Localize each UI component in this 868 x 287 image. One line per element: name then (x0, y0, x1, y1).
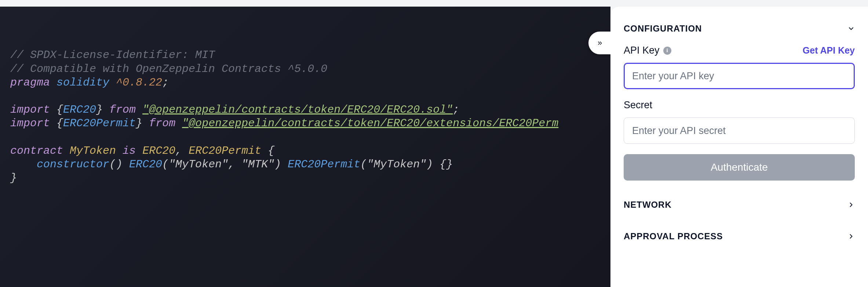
code-builtin: constructor (37, 158, 109, 171)
code-keyword: from (149, 117, 175, 130)
code-punct: { (56, 103, 63, 116)
code-punct: ("MyToken", "MTK") (162, 158, 281, 171)
section-title: CONFIGURATION (624, 23, 702, 34)
code-punct: ; (162, 76, 169, 89)
secret-label: Secret (624, 99, 855, 111)
code-comment: // SPDX-License-Identifier: MIT (10, 49, 215, 61)
code-editor[interactable]: » // SPDX-License-Identifier: MIT // Com… (0, 7, 610, 287)
chevron-right-icon (847, 233, 855, 240)
code-string: "@openzeppelin/contracts/token/ERC20/ext… (182, 117, 558, 130)
section-header-approval[interactable]: APPROVAL PROCESS (624, 222, 855, 251)
get-api-key-link[interactable]: Get API Key (803, 45, 855, 56)
section-title: NETWORK (624, 200, 672, 210)
code-comment: // Compatible with OpenZeppelin Contract… (10, 63, 327, 75)
chevron-double-right-icon: » (598, 38, 602, 48)
section-title: APPROVAL PROCESS (624, 231, 723, 241)
code-punct: ("MyToken") (360, 158, 433, 171)
code-keyword: import (10, 103, 50, 116)
api-key-row: API Key i Get API Key (624, 45, 855, 56)
chevron-down-icon (847, 25, 855, 32)
section-body-configuration: API Key i Get API Key Secret Authenticat… (624, 43, 855, 190)
code-type: ERC20Permit (189, 145, 261, 157)
code-keyword: from (109, 103, 136, 116)
code-version: ^0.8.22 (116, 76, 162, 89)
collapse-panel-button[interactable]: » (588, 32, 610, 54)
config-panel: CONFIGURATION API Key i Get API Key Secr… (610, 7, 868, 287)
code-content: // SPDX-License-Identifier: MIT // Compa… (10, 48, 610, 185)
code-string: "@openzeppelin/contracts/token/ERC20/ERC… (142, 103, 453, 116)
api-key-input[interactable] (624, 63, 855, 89)
secret-input[interactable] (624, 117, 855, 144)
app-root: » // SPDX-License-Identifier: MIT // Com… (0, 0, 868, 287)
code-type: MyToken (70, 145, 116, 157)
code-identifier: ERC20Permit (288, 158, 360, 171)
code-punct: { (56, 117, 63, 130)
code-punct: () (109, 158, 123, 171)
code-punct: } (136, 117, 142, 130)
code-type: ERC20 (142, 145, 175, 157)
code-punct: {} (440, 158, 453, 171)
section-header-network[interactable]: NETWORK (624, 190, 855, 219)
code-identifier: ERC20 (63, 103, 96, 116)
code-punct: { (268, 145, 274, 157)
code-keyword: is (123, 145, 136, 157)
code-punct: } (96, 103, 103, 116)
authenticate-button[interactable]: Authenticate (624, 154, 855, 181)
api-key-label: API Key i (624, 45, 671, 56)
code-builtin: solidity (56, 76, 109, 89)
chevron-right-icon (847, 201, 855, 208)
code-keyword: pragma (10, 76, 50, 89)
section-header-configuration[interactable]: CONFIGURATION (624, 23, 855, 43)
info-icon[interactable]: i (663, 47, 671, 55)
code-keyword: contract (10, 145, 63, 157)
code-punct: , (175, 145, 182, 157)
api-key-label-text: API Key (624, 45, 660, 56)
code-keyword: import (10, 117, 50, 130)
code-identifier: ERC20 (129, 158, 162, 171)
code-identifier: ERC20Permit (63, 117, 136, 130)
code-punct: ; (453, 103, 459, 116)
code-punct: } (10, 172, 17, 184)
